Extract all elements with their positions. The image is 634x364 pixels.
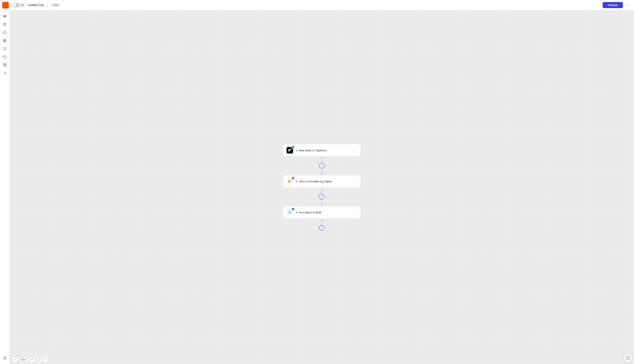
toggle-label: Off [21,4,24,6]
step-3-more-button[interactable]: ··· [352,210,358,215]
step-2-icon-wrap: ✓ [286,178,293,185]
svg-point-2 [4,16,5,17]
step-2-label: 2. Text in Formatter by Zapier [296,180,350,183]
logo-text: z [5,4,6,6]
sidebar-item-list[interactable] [1,70,9,77]
zapier-logo[interactable]: z [2,2,9,8]
fit-to-screen-button[interactable] [36,357,41,362]
connector-line-1b [322,168,322,175]
toggle-container[interactable]: Off [11,2,26,8]
sidebar-item-versions[interactable] [1,53,9,60]
header: z Off Untitled Zap ✏ Draft Publish ⋯ [0,0,634,10]
add-step-button-2[interactable]: + [319,194,325,199]
step-1-icon-wrap: ✓ [286,146,293,154]
step-1-card[interactable]: ✓ 1. New Entry in Typeform ··· [283,144,361,156]
svg-rect-22 [288,149,290,151]
step-2-card[interactable]: ✓ 2. Text in Formatter by Zapier ··· [283,175,361,188]
help-floating-button[interactable] [624,354,632,362]
step-1-label: 1. New Entry in Typeform [296,149,350,152]
flow: ✓ 1. New Entry in Typeform ··· + ✓ 2. Te… [283,144,361,230]
sidebar-item-help[interactable] [1,354,9,362]
zap-title: Untitled Zap [28,4,44,7]
svg-line-29 [38,360,39,360]
sidebar-item-settings[interactable] [1,61,9,69]
step-1-check: ✓ [291,146,295,149]
draft-badge: Draft [51,3,60,7]
svg-point-13 [4,64,5,66]
step-1-more-button[interactable]: ··· [352,148,358,153]
sidebar-item-table[interactable] [1,37,9,44]
edit-icon[interactable]: ✏ [47,4,49,7]
svg-point-3 [5,16,6,17]
connector-1: + [319,156,325,175]
sidebar-item-history[interactable] [1,45,9,52]
connector-line-3 [322,218,322,225]
canvas[interactable]: ✓ 1. New Entry in Typeform ··· + ✓ 2. Te… [10,10,634,364]
zoom-in-button[interactable]: + [30,357,35,362]
add-step-button-1[interactable]: + [319,163,325,168]
sidebar-item-integrations[interactable] [1,12,9,20]
sidebar-item-comments[interactable] [1,29,9,36]
collapse-button[interactable] [43,357,48,362]
step-3-icon-wrap: ✓ [286,208,293,216]
toggle-thumb [13,4,16,7]
svg-point-25 [289,212,290,212]
svg-rect-8 [3,39,6,42]
header-more-button[interactable]: ⋯ [625,2,632,8]
svg-rect-23 [290,149,291,150]
bottom-bar: − 99% + [10,355,634,364]
step-2-check: ✓ [291,176,295,180]
connector-line-2b [322,199,322,206]
connector-3: + [319,218,325,230]
zoom-level: 99% [19,358,28,362]
svg-point-27 [290,211,290,211]
step-2-more-button[interactable]: ··· [352,179,358,184]
sidebar-item-notes[interactable] [1,21,9,28]
connector-line-2 [322,188,322,194]
add-step-button-3[interactable]: + [319,225,325,230]
step-3-check: ✓ [291,208,295,211]
svg-point-0 [4,15,5,16]
svg-point-26 [290,212,290,212]
connector-2: + [319,188,325,206]
connector-line-1 [322,156,322,163]
step-3-card[interactable]: ✓ 3. Run Agent in BotX ··· [283,206,361,218]
step-3-label: 3. Run Agent in BotX [296,211,350,214]
toggle-track[interactable] [13,3,20,7]
svg-point-1 [5,15,6,16]
svg-line-28 [39,359,40,360]
zoom-out-button[interactable]: − [13,357,18,362]
publish-button[interactable]: Publish [602,2,623,8]
sidebar [0,10,10,364]
